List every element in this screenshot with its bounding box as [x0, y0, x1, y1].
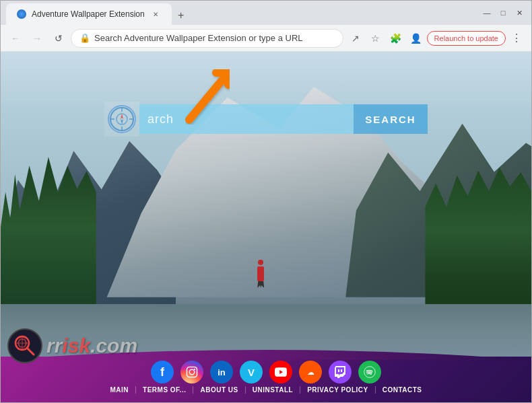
svg-rect-11 [341, 369, 342, 372]
back-button[interactable]: ← [6, 29, 25, 48]
svg-rect-8 [187, 367, 197, 377]
browser-frame: Adventure Wallpaper Extension ✕ + — □ ✕ … [0, 0, 532, 403]
nav-terms[interactable]: TERMS OF... [136, 386, 193, 394]
logo-area: rrisk.com [7, 328, 137, 363]
logo-text-suffix: .com [90, 334, 137, 357]
linkedin-icon[interactable]: in [210, 361, 233, 383]
page-content: arch SEARCH [1, 52, 531, 402]
svg-line-16 [27, 348, 34, 355]
twitch-icon[interactable] [329, 361, 352, 383]
logo-magnifier-icon [7, 328, 42, 363]
facebook-icon[interactable]: f [151, 361, 174, 383]
search-bar: arch SEARCH [104, 104, 428, 134]
forward-button[interactable]: → [28, 29, 46, 48]
tab-bar: Adventure Wallpaper Extension ✕ + [6, 1, 475, 25]
nav-main[interactable]: MAIN [104, 386, 137, 394]
share-icon[interactable]: ↗ [346, 29, 365, 48]
compass-icon [108, 105, 136, 133]
person-legs [257, 281, 264, 288]
soundcloud-icon[interactable]: ☁ [299, 361, 322, 383]
title-bar: Adventure Wallpaper Extension ✕ + — □ ✕ [1, 1, 531, 25]
close-window-button[interactable]: ✕ [512, 6, 526, 20]
toolbar: ← → ↺ 🔒 Search Adventure Wallpaper Exten… [1, 25, 531, 52]
nav-uninstall[interactable]: UNINSTALL [246, 386, 300, 394]
toolbar-actions: ↗ ☆ 🧩 👤 Relaunch to update ⋮ [346, 29, 526, 48]
lock-icon: 🔒 [79, 33, 90, 43]
search-logo [104, 102, 139, 137]
spotify-icon[interactable] [358, 361, 381, 383]
svg-rect-12 [338, 369, 339, 372]
svg-point-10 [194, 369, 195, 370]
svg-point-9 [189, 369, 195, 375]
address-text: Search Adventure Wallpaper Extension or … [94, 33, 335, 43]
nav-links-row: MAIN TERMS OF... ABOUT US UNINSTALL PRIV… [1, 386, 531, 394]
youtube-icon[interactable] [269, 361, 292, 383]
magnifier-svg [13, 334, 37, 358]
maximize-button[interactable]: □ [496, 6, 510, 20]
logo-text: rrisk.com [46, 334, 137, 357]
address-bar[interactable]: 🔒 Search Adventure Wallpaper Extension o… [71, 29, 343, 48]
refresh-button[interactable]: ↺ [49, 29, 68, 48]
logo-text-colored: isk [62, 334, 90, 357]
relaunch-button[interactable]: Relaunch to update [427, 31, 506, 46]
search-button[interactable]: SEARCH [354, 104, 428, 134]
bookmark-icon[interactable]: ☆ [366, 29, 385, 48]
active-tab[interactable]: Adventure Wallpaper Extension ✕ [6, 3, 172, 25]
logo-text-prefix: rr [46, 334, 62, 357]
search-input[interactable]: arch [139, 104, 354, 134]
vimeo-icon[interactable]: V [240, 361, 263, 383]
bottom-bar: f in V ☁ MAIN TERMS OF [1, 357, 531, 402]
new-tab-button[interactable]: + [172, 6, 191, 25]
svg-marker-7 [121, 119, 123, 124]
search-button-label: SEARCH [365, 114, 415, 125]
arrow-svg [176, 69, 230, 130]
nav-about[interactable]: ABOUT US [193, 386, 245, 394]
person-figure [255, 260, 266, 287]
minimize-button[interactable]: — [480, 6, 494, 20]
svg-marker-6 [121, 114, 123, 119]
person-head [258, 260, 263, 265]
nav-privacy[interactable]: PRIVACY POLICY [300, 386, 376, 394]
compass-svg [109, 106, 135, 132]
tab-close-button[interactable]: ✕ [150, 9, 161, 20]
menu-button[interactable]: ⋮ [507, 29, 526, 48]
instagram-icon[interactable] [180, 361, 203, 383]
nav-contacts[interactable]: CONTACTS [376, 386, 429, 394]
profile-icon[interactable]: 👤 [407, 29, 426, 48]
orange-arrow [176, 69, 230, 133]
person-body [257, 266, 264, 281]
extensions-icon[interactable]: 🧩 [387, 29, 405, 48]
window-controls: — □ ✕ [480, 6, 526, 20]
tab-favicon-icon [17, 9, 26, 19]
tab-title: Adventure Wallpaper Extension [32, 9, 145, 19]
search-placeholder: arch [147, 112, 174, 126]
